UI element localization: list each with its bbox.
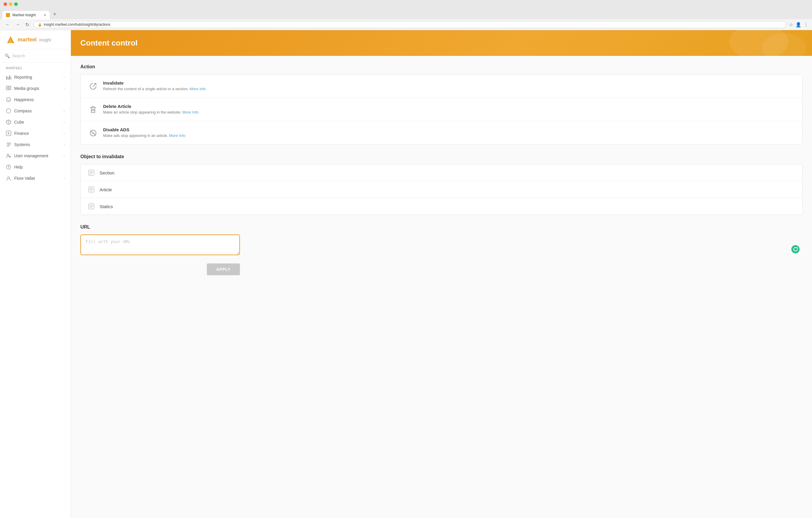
sidebar-item-systems[interactable]: Systems ›	[0, 139, 70, 150]
traffic-light-yellow[interactable]	[9, 2, 12, 6]
delete-article-more-info-link[interactable]: More Info	[182, 110, 199, 114]
url-input[interactable]	[80, 235, 240, 255]
section-icon	[88, 169, 95, 176]
app-container: marfeel insight 🔍 Search MARFEEL Reporti	[0, 30, 812, 518]
delete-article-description: Make an article stop appearing in the we…	[103, 110, 199, 114]
svg-point-12	[9, 99, 10, 100]
sidebar-item-flore-vallat-label: Flore Vallat	[14, 176, 61, 181]
delete-article-text: Delete Article Make an article stop appe…	[103, 104, 199, 114]
sidebar-item-flore-vallat[interactable]: Flore Vallat ›	[0, 173, 70, 184]
tab-close-button[interactable]: ×	[44, 13, 46, 18]
browser-actions: ☆ 👤 ⋮	[789, 22, 808, 27]
search-icon: 🔍	[5, 54, 10, 58]
svg-point-13	[6, 109, 11, 113]
sidebar-item-user-management-label: User management	[14, 154, 61, 158]
browser-nav: ← → ↻	[4, 21, 31, 28]
disable-ads-more-info-link[interactable]: More Info	[169, 133, 185, 138]
media-groups-chevron-icon: ›	[63, 86, 65, 90]
sidebar-item-compass[interactable]: Compass ›	[0, 105, 70, 116]
article-icon	[88, 186, 95, 193]
statics-label: Statics	[99, 204, 113, 209]
sidebar-item-help[interactable]: Help	[0, 161, 70, 173]
svg-point-15	[7, 154, 9, 156]
object-cards-list: Section Article	[80, 164, 803, 215]
reporting-icon	[6, 75, 11, 80]
action-card-invalidate[interactable]: Invalidate Refresh the content of a sing…	[81, 75, 802, 98]
disable-ads-icon	[88, 128, 98, 138]
svg-rect-4	[9, 75, 10, 80]
profile-button[interactable]: 👤	[795, 22, 801, 27]
sidebar-item-media-groups[interactable]: Media groups ›	[0, 83, 70, 94]
invalidate-title: Invalidate	[103, 80, 206, 85]
logo-marfeel: marfeel	[18, 37, 37, 43]
object-card-article[interactable]: Article	[81, 181, 802, 198]
search-box[interactable]: 🔍 Search	[5, 54, 66, 58]
apply-button-row: APPLY	[80, 264, 240, 275]
browser-tab-active[interactable]: Marfeel Insight ×	[2, 11, 50, 19]
sidebar-item-cube[interactable]: Cube ›	[0, 116, 70, 128]
apply-button[interactable]: APPLY	[207, 264, 240, 275]
statics-icon	[88, 203, 95, 210]
user-management-icon	[6, 153, 11, 159]
search-placeholder: Search	[12, 54, 25, 58]
object-section: Object to invalidate Section	[80, 154, 803, 215]
svg-rect-8	[6, 88, 8, 90]
svg-rect-9	[9, 88, 11, 90]
invalidate-more-info-link[interactable]: More Info	[190, 87, 206, 91]
systems-icon	[6, 142, 11, 147]
sidebar-item-happiness[interactable]: Happiness	[0, 94, 70, 105]
sidebar-item-happiness-label: Happiness	[14, 97, 65, 102]
sidebar-item-media-groups-label: Media groups	[14, 86, 61, 91]
object-section-title: Object to invalidate	[80, 154, 803, 159]
delete-article-title: Delete Article	[103, 104, 199, 109]
address-bar[interactable]: 🔒 insight.marfeel.com/hub/insight/diy/ac…	[33, 21, 787, 28]
traffic-light-green[interactable]	[14, 2, 18, 6]
svg-rect-2	[6, 76, 7, 80]
systems-chevron-icon: ›	[63, 142, 65, 147]
menu-button[interactable]: ⋮	[804, 22, 808, 27]
sidebar-item-user-management[interactable]: User management ›	[0, 150, 70, 161]
svg-rect-5	[11, 77, 11, 80]
action-card-disable-ads[interactable]: Disable ADS Make ads stop appearing in a…	[81, 121, 802, 144]
sidebar-item-help-label: Help	[14, 165, 65, 169]
action-section-title: Action	[80, 64, 803, 70]
article-label: Article	[99, 187, 112, 192]
sidebar-item-compass-label: Compass	[14, 109, 61, 113]
object-card-section[interactable]: Section	[81, 164, 802, 181]
content-area: Action Invalidate Refresh the	[71, 56, 812, 518]
marfeel-logo-icon	[6, 35, 16, 44]
svg-rect-6	[6, 86, 8, 87]
sidebar-item-reporting[interactable]: Reporting ›	[0, 72, 70, 83]
object-card-statics[interactable]: Statics	[81, 198, 802, 215]
sidebar-search[interactable]: 🔍 Search	[0, 49, 70, 63]
url-submit-button[interactable]	[791, 245, 800, 253]
sidebar-item-finance[interactable]: Finance ›	[0, 128, 70, 139]
tab-title: Marfeel Insight	[12, 13, 36, 17]
delete-article-icon	[88, 104, 98, 115]
bookmark-button[interactable]: ☆	[789, 22, 793, 27]
traffic-lights	[0, 0, 812, 7]
new-tab-button[interactable]: +	[50, 9, 59, 19]
sidebar-item-systems-label: Systems	[14, 142, 61, 147]
forward-button[interactable]: →	[13, 21, 22, 28]
invalidate-icon	[88, 81, 98, 92]
address-url: insight.marfeel.com/hub/insight/diy/acti…	[44, 23, 110, 27]
browser-tabs: Marfeel Insight × +	[0, 7, 812, 19]
main-content: Content control Action Invalidat	[71, 30, 812, 518]
sidebar-item-reporting-label: Reporting	[14, 75, 61, 80]
sidebar-section-label: MARFEEL	[0, 63, 70, 72]
help-icon	[6, 164, 11, 170]
svg-point-17	[8, 168, 9, 169]
cube-chevron-icon: ›	[63, 120, 65, 124]
back-button[interactable]: ←	[4, 21, 12, 28]
tab-favicon	[6, 13, 10, 17]
refresh-button[interactable]: ↻	[24, 21, 31, 28]
page-title: Content control	[80, 38, 803, 48]
logo-insight: insight	[39, 37, 51, 42]
traffic-light-red[interactable]	[4, 2, 7, 6]
url-input-wrapper	[80, 235, 803, 256]
user-avatar-icon	[6, 175, 11, 181]
browser-toolbar: ← → ↻ 🔒 insight.marfeel.com/hub/insight/…	[0, 19, 812, 30]
sidebar-item-cube-label: Cube	[14, 120, 61, 125]
action-card-delete-article[interactable]: Delete Article Make an article stop appe…	[81, 98, 802, 121]
